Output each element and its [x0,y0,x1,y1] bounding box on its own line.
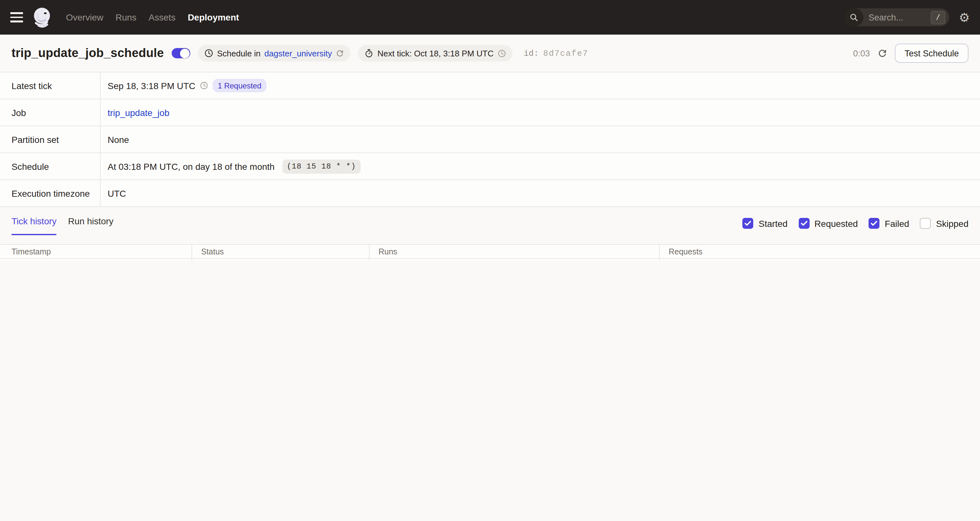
cell-status: 1 Requested [191,259,369,260]
cron-expression: (18 15 18 * *) [282,159,360,173]
clock-icon [204,49,213,58]
partition-set-value: None [108,134,129,145]
check-icon [871,220,878,226]
filter-label: Requested [815,218,858,228]
history-tabs-row: Tick history Run history Started Request… [0,216,980,235]
detail-row-timezone: Execution timezone UTC [0,180,980,207]
tick-history-table: Timestamp Status Runs Requests Sep 18, 1… [0,244,980,260]
detail-value: Sep 18, 3:18 PM UTC 1 Requested [100,72,980,99]
detail-row-job: Job trip_update_job [0,99,980,126]
cell-timestamp: Sep 18, 11:18:00 AM [0,259,191,260]
refresh-icon[interactable] [878,48,887,58]
filter-skipped[interactable]: Skipped [920,218,969,229]
schedule-in-label: Schedule in [217,48,261,58]
filter-failed[interactable]: Failed [869,218,909,229]
search-icon [844,8,864,26]
nav-item-overview[interactable]: Overview [66,12,103,22]
history-tabs: Tick history Run history [11,216,113,235]
timezone-clock-icon[interactable] [497,49,506,57]
filter-label: Skipped [936,218,969,228]
schedule-header: trip_update_job_schedule Schedule in dag… [0,35,980,72]
filter-started[interactable]: Started [743,218,788,229]
test-schedule-button[interactable]: Test Schedule [895,44,969,63]
column-header-timestamp: Timestamp [0,245,191,258]
detail-row-schedule: Schedule At 03:18 PM UTC, on day 18 of t… [0,153,980,180]
search-shortcut-key: / [931,11,945,24]
nav-item-deployment[interactable]: Deployment [188,12,239,22]
schedule-details: Latest tick Sep 18, 3:18 PM UTC 1 Reques… [0,72,980,207]
reload-location-icon[interactable] [336,49,344,57]
tick-status-filters: Started Requested Failed Skipped [743,218,969,235]
filter-label: Started [759,218,788,228]
top-navbar: Overview Runs Assets Deployment Search..… [0,0,980,35]
job-link[interactable]: trip_update_job [108,107,169,118]
primary-nav: Overview Runs Assets Deployment [66,12,239,22]
detail-label: Execution timezone [0,180,100,206]
detail-row-partition-set: Partition set None [0,126,980,153]
timezone-clock-icon[interactable] [200,81,208,90]
schedule-location-pill: Schedule in dagster_university [198,45,351,62]
detail-label: Latest tick [0,72,100,99]
gear-icon[interactable]: ⚙ [959,11,970,23]
id-value: 8d7cafe7 [543,48,588,58]
check-icon [800,220,807,226]
search-placeholder: Search... [869,13,931,22]
schedule-enabled-toggle[interactable] [172,48,190,58]
schedule-id: id: 8d7cafe7 [523,48,588,58]
cell-runs: 2ad223ea [369,259,659,260]
cell-requests [659,259,980,260]
nav-item-runs[interactable]: Runs [116,12,137,22]
status-badge[interactable]: 1 Requested [213,79,266,92]
checkbox-started[interactable] [743,218,754,229]
refresh-countdown: 0:03 [853,48,870,58]
page-title: trip_update_job_schedule [11,46,164,60]
next-tick-pill: Next tick: Oct 18, 3:18 PM UTC [358,45,512,62]
next-tick-text: Next tick: Oct 18, 3:18 PM UTC [378,48,494,58]
column-header-runs: Runs [369,245,659,258]
detail-label: Job [0,99,100,126]
detail-label: Schedule [0,153,100,179]
code-location-link[interactable]: dagster_university [264,48,332,58]
dagster-logo-icon[interactable] [31,6,53,28]
id-label: id: [523,48,539,58]
tab-tick-history[interactable]: Tick history [11,216,57,235]
detail-row-latest-tick: Latest tick Sep 18, 3:18 PM UTC 1 Reques… [0,72,980,99]
nav-item-assets[interactable]: Assets [149,12,175,22]
column-header-status: Status [191,245,369,258]
search-input[interactable]: Search... / [844,8,949,26]
checkbox-skipped[interactable] [920,218,931,229]
timezone-value: UTC [108,188,126,198]
stopwatch-icon [365,49,374,58]
menu-icon[interactable] [10,13,23,22]
latest-tick-time: Sep 18, 3:18 PM UTC [108,80,196,91]
filter-requested[interactable]: Requested [799,218,858,229]
dagster-app: Overview Runs Assets Deployment Search..… [0,0,980,260]
detail-label: Partition set [0,126,100,153]
table-header-row: Timestamp Status Runs Requests [0,245,980,259]
column-header-requests: Requests [659,245,980,258]
tab-run-history[interactable]: Run history [68,216,114,235]
checkbox-failed[interactable] [869,218,880,229]
filter-label: Failed [885,218,909,228]
check-icon [745,220,752,226]
checkbox-requested[interactable] [799,218,809,229]
schedule-human-text: At 03:18 PM UTC, on day 18 of the month [108,161,274,171]
table-row: Sep 18, 11:18:00 AM 1 Requested 2ad223ea [0,259,980,260]
navbar-right: Search... / ⚙ [844,8,970,26]
